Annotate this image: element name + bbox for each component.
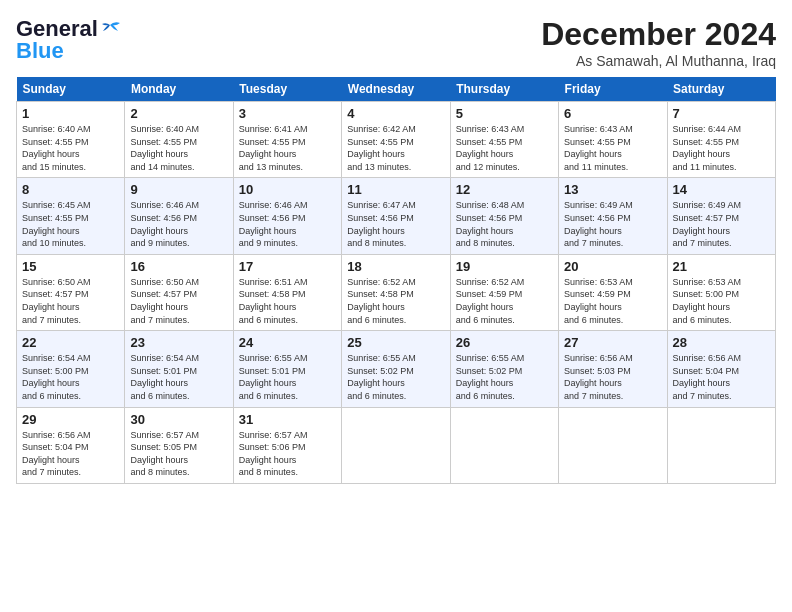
day-number: 14 [673,182,770,197]
day-info: Sunrise: 6:57 AM Sunset: 5:05 PM Dayligh… [130,429,227,479]
calendar-cell [450,407,558,483]
day-number: 18 [347,259,444,274]
day-number: 5 [456,106,553,121]
day-number: 28 [673,335,770,350]
day-number: 29 [22,412,119,427]
day-number: 7 [673,106,770,121]
day-number: 24 [239,335,336,350]
day-info: Sunrise: 6:49 AM Sunset: 4:56 PM Dayligh… [564,199,661,249]
day-number: 22 [22,335,119,350]
calendar-cell: 24 Sunrise: 6:55 AM Sunset: 5:01 PM Dayl… [233,331,341,407]
day-number: 21 [673,259,770,274]
day-info: Sunrise: 6:54 AM Sunset: 5:00 PM Dayligh… [22,352,119,402]
month-title: December 2024 [541,16,776,53]
calendar-cell: 23 Sunrise: 6:54 AM Sunset: 5:01 PM Dayl… [125,331,233,407]
calendar-cell: 21 Sunrise: 6:53 AM Sunset: 5:00 PM Dayl… [667,254,775,330]
day-number: 11 [347,182,444,197]
calendar-cell: 7 Sunrise: 6:44 AM Sunset: 4:55 PM Dayli… [667,102,775,178]
col-monday: Monday [125,77,233,102]
day-number: 6 [564,106,661,121]
day-info: Sunrise: 6:46 AM Sunset: 4:56 PM Dayligh… [130,199,227,249]
calendar-table: Sunday Monday Tuesday Wednesday Thursday… [16,77,776,484]
col-wednesday: Wednesday [342,77,450,102]
day-number: 15 [22,259,119,274]
day-info: Sunrise: 6:41 AM Sunset: 4:55 PM Dayligh… [239,123,336,173]
col-tuesday: Tuesday [233,77,341,102]
day-number: 17 [239,259,336,274]
day-info: Sunrise: 6:53 AM Sunset: 4:59 PM Dayligh… [564,276,661,326]
day-number: 20 [564,259,661,274]
calendar-cell: 16 Sunrise: 6:50 AM Sunset: 4:57 PM Dayl… [125,254,233,330]
calendar-cell: 13 Sunrise: 6:49 AM Sunset: 4:56 PM Dayl… [559,178,667,254]
day-info: Sunrise: 6:47 AM Sunset: 4:56 PM Dayligh… [347,199,444,249]
day-info: Sunrise: 6:55 AM Sunset: 5:01 PM Dayligh… [239,352,336,402]
day-info: Sunrise: 6:53 AM Sunset: 5:00 PM Dayligh… [673,276,770,326]
day-number: 9 [130,182,227,197]
location: As Samawah, Al Muthanna, Iraq [541,53,776,69]
calendar-cell: 2 Sunrise: 6:40 AM Sunset: 4:55 PM Dayli… [125,102,233,178]
day-number: 4 [347,106,444,121]
calendar-cell: 27 Sunrise: 6:56 AM Sunset: 5:03 PM Dayl… [559,331,667,407]
day-number: 8 [22,182,119,197]
calendar-cell: 15 Sunrise: 6:50 AM Sunset: 4:57 PM Dayl… [17,254,125,330]
day-info: Sunrise: 6:57 AM Sunset: 5:06 PM Dayligh… [239,429,336,479]
calendar-cell: 9 Sunrise: 6:46 AM Sunset: 4:56 PM Dayli… [125,178,233,254]
day-info: Sunrise: 6:44 AM Sunset: 4:55 PM Dayligh… [673,123,770,173]
day-info: Sunrise: 6:52 AM Sunset: 4:59 PM Dayligh… [456,276,553,326]
day-info: Sunrise: 6:55 AM Sunset: 5:02 PM Dayligh… [456,352,553,402]
calendar-cell: 25 Sunrise: 6:55 AM Sunset: 5:02 PM Dayl… [342,331,450,407]
day-number: 27 [564,335,661,350]
day-number: 16 [130,259,227,274]
day-number: 23 [130,335,227,350]
col-saturday: Saturday [667,77,775,102]
calendar-week-row: 22 Sunrise: 6:54 AM Sunset: 5:00 PM Dayl… [17,331,776,407]
calendar-cell: 10 Sunrise: 6:46 AM Sunset: 4:56 PM Dayl… [233,178,341,254]
day-number: 1 [22,106,119,121]
day-number: 26 [456,335,553,350]
title-block: December 2024 As Samawah, Al Muthanna, I… [541,16,776,69]
day-number: 25 [347,335,444,350]
day-info: Sunrise: 6:42 AM Sunset: 4:55 PM Dayligh… [347,123,444,173]
calendar-cell [559,407,667,483]
calendar-cell: 31 Sunrise: 6:57 AM Sunset: 5:06 PM Dayl… [233,407,341,483]
calendar-cell: 17 Sunrise: 6:51 AM Sunset: 4:58 PM Dayl… [233,254,341,330]
logo-bird-icon [100,21,120,37]
day-number: 30 [130,412,227,427]
day-info: Sunrise: 6:46 AM Sunset: 4:56 PM Dayligh… [239,199,336,249]
day-number: 3 [239,106,336,121]
day-info: Sunrise: 6:54 AM Sunset: 5:01 PM Dayligh… [130,352,227,402]
calendar-cell: 29 Sunrise: 6:56 AM Sunset: 5:04 PM Dayl… [17,407,125,483]
day-info: Sunrise: 6:48 AM Sunset: 4:56 PM Dayligh… [456,199,553,249]
calendar-week-row: 15 Sunrise: 6:50 AM Sunset: 4:57 PM Dayl… [17,254,776,330]
day-info: Sunrise: 6:52 AM Sunset: 4:58 PM Dayligh… [347,276,444,326]
col-friday: Friday [559,77,667,102]
day-info: Sunrise: 6:50 AM Sunset: 4:57 PM Dayligh… [22,276,119,326]
day-info: Sunrise: 6:56 AM Sunset: 5:04 PM Dayligh… [22,429,119,479]
day-number: 2 [130,106,227,121]
calendar-cell: 11 Sunrise: 6:47 AM Sunset: 4:56 PM Dayl… [342,178,450,254]
day-info: Sunrise: 6:51 AM Sunset: 4:58 PM Dayligh… [239,276,336,326]
calendar-cell: 19 Sunrise: 6:52 AM Sunset: 4:59 PM Dayl… [450,254,558,330]
calendar-cell: 26 Sunrise: 6:55 AM Sunset: 5:02 PM Dayl… [450,331,558,407]
day-info: Sunrise: 6:43 AM Sunset: 4:55 PM Dayligh… [564,123,661,173]
col-thursday: Thursday [450,77,558,102]
day-info: Sunrise: 6:45 AM Sunset: 4:55 PM Dayligh… [22,199,119,249]
calendar-cell [342,407,450,483]
calendar-cell: 14 Sunrise: 6:49 AM Sunset: 4:57 PM Dayl… [667,178,775,254]
calendar-cell: 28 Sunrise: 6:56 AM Sunset: 5:04 PM Dayl… [667,331,775,407]
calendar-cell: 1 Sunrise: 6:40 AM Sunset: 4:55 PM Dayli… [17,102,125,178]
calendar-cell: 18 Sunrise: 6:52 AM Sunset: 4:58 PM Dayl… [342,254,450,330]
calendar-week-row: 8 Sunrise: 6:45 AM Sunset: 4:55 PM Dayli… [17,178,776,254]
day-info: Sunrise: 6:40 AM Sunset: 4:55 PM Dayligh… [22,123,119,173]
day-number: 19 [456,259,553,274]
calendar-cell: 5 Sunrise: 6:43 AM Sunset: 4:55 PM Dayli… [450,102,558,178]
day-info: Sunrise: 6:55 AM Sunset: 5:02 PM Dayligh… [347,352,444,402]
calendar-cell: 30 Sunrise: 6:57 AM Sunset: 5:05 PM Dayl… [125,407,233,483]
logo: General Blue [16,16,120,64]
calendar-cell: 3 Sunrise: 6:41 AM Sunset: 4:55 PM Dayli… [233,102,341,178]
day-info: Sunrise: 6:56 AM Sunset: 5:03 PM Dayligh… [564,352,661,402]
page-header: General Blue December 2024 As Samawah, A… [16,16,776,69]
day-number: 13 [564,182,661,197]
header-row: Sunday Monday Tuesday Wednesday Thursday… [17,77,776,102]
calendar-cell: 22 Sunrise: 6:54 AM Sunset: 5:00 PM Dayl… [17,331,125,407]
